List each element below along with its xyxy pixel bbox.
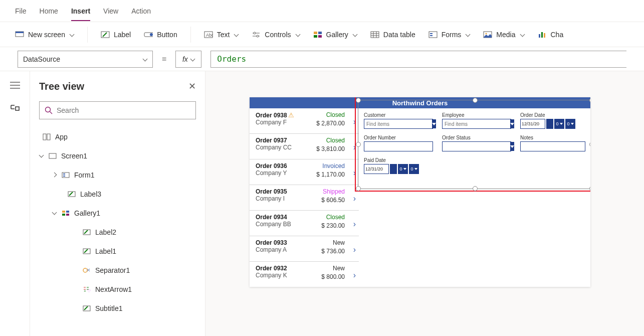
order-id: Order 0938 xyxy=(256,112,287,119)
field-label-order-date: Order Date xyxy=(520,112,585,118)
data-table-button[interactable]: Data table xyxy=(370,30,415,39)
tree-node-label1[interactable]: Label1 xyxy=(39,242,196,261)
tree-node-gallery1[interactable]: Gallery1 xyxy=(39,204,196,223)
text-button[interactable]: Abc Text xyxy=(204,30,239,39)
chevron-right-icon[interactable]: › xyxy=(353,245,356,254)
gallery-row[interactable]: Order 0933Company ANew$ 736.00› xyxy=(250,236,359,262)
customer-input[interactable] xyxy=(364,119,432,128)
order-status: Invoiced xyxy=(322,162,345,170)
media-button[interactable]: Media xyxy=(483,30,524,39)
order-status-input[interactable] xyxy=(443,142,510,151)
chevron-right-icon[interactable]: › xyxy=(353,169,356,178)
resize-handle[interactable] xyxy=(589,142,590,147)
minute-dropdown[interactable]: 0 xyxy=(409,164,419,174)
resize-handle[interactable] xyxy=(473,186,478,191)
hour-dropdown[interactable]: 0 xyxy=(554,119,564,129)
date-text[interactable]: 12/31/20 xyxy=(520,119,545,129)
gallery-row[interactable]: Order 0935Company IShipped$ 606.50› xyxy=(250,185,359,211)
form-preview[interactable]: Customer Employee xyxy=(359,108,590,287)
tree-node-label3[interactable]: Label3 xyxy=(39,185,196,204)
tree-search-input[interactable] xyxy=(57,106,190,114)
menu-action[interactable]: Action xyxy=(131,7,151,15)
gallery-row[interactable]: Order 0936Company YInvoiced$ 1,170.00› xyxy=(250,159,359,185)
menu-file[interactable]: File xyxy=(15,7,27,15)
gallery-row[interactable]: Order 0937Company CCClosed$ 3,810.00› xyxy=(250,134,359,159)
customer-combo[interactable] xyxy=(364,119,433,129)
app-preview[interactable]: Northwind Orders Order 0938⚠Company FClo… xyxy=(250,97,590,287)
tree-view-icon[interactable] xyxy=(9,102,21,114)
notes-input[interactable] xyxy=(520,141,585,151)
chart-button[interactable]: Cha xyxy=(538,30,564,39)
svg-rect-31 xyxy=(66,211,69,213)
controls-button[interactable]: Controls xyxy=(252,30,300,39)
employee-input[interactable] xyxy=(443,119,510,128)
text-icon: Abc xyxy=(204,30,213,39)
date-text[interactable]: 12/31/20 xyxy=(364,164,389,174)
gallery-preview[interactable]: Order 0938⚠Company FClosed$ 2,870.00›Ord… xyxy=(250,108,359,287)
chevron-right-icon[interactable]: › xyxy=(353,220,356,229)
gallery-row[interactable]: Order 0932Company KNew$ 800.00› xyxy=(250,262,359,287)
chevron-right-icon[interactable]: › xyxy=(353,271,356,280)
menu-insert[interactable]: Insert xyxy=(71,7,90,21)
forms-icon xyxy=(428,30,438,39)
dropdown-icon[interactable] xyxy=(510,142,514,151)
employee-combo[interactable] xyxy=(442,119,511,129)
label-button[interactable]: Label xyxy=(101,30,131,39)
svg-rect-29 xyxy=(68,192,75,197)
canvas-area[interactable]: Northwind Orders Order 0938⚠Company FClo… xyxy=(205,71,644,336)
forms-button[interactable]: Forms xyxy=(428,30,471,39)
dropdown-icon[interactable] xyxy=(510,119,514,128)
menu-view[interactable]: View xyxy=(103,7,118,15)
tree-node-separator1[interactable]: Separator1 xyxy=(39,261,196,280)
formula-input[interactable]: Orders xyxy=(210,51,626,68)
close-icon[interactable]: ✕ xyxy=(188,81,196,92)
svg-point-22 xyxy=(46,107,51,112)
minute-dropdown[interactable]: 0 xyxy=(565,119,575,129)
chevron-right-icon[interactable]: › xyxy=(353,194,356,203)
dropdown-icon[interactable] xyxy=(432,119,436,128)
tree-node-app[interactable]: App xyxy=(39,127,196,146)
gallery-button[interactable]: Gallery xyxy=(313,30,357,39)
resize-handle[interactable] xyxy=(356,98,361,103)
button-button[interactable]: Button xyxy=(144,30,177,39)
calendar-icon[interactable] xyxy=(390,164,397,174)
tree-view-panel: Tree view ✕ App Screen1 Form1 xyxy=(30,71,205,336)
new-screen-button[interactable]: New screen xyxy=(15,30,74,39)
tree-search[interactable] xyxy=(39,101,196,119)
property-selector[interactable]: DataSource xyxy=(18,51,153,68)
tree-node-form1[interactable]: Form1 xyxy=(39,165,196,185)
chevron-right-icon[interactable]: › xyxy=(353,117,356,126)
resize-handle[interactable] xyxy=(473,98,478,103)
gallery-row[interactable]: Order 0938⚠Company FClosed$ 2,870.00› xyxy=(250,108,359,134)
resize-handle[interactable] xyxy=(589,186,590,191)
resize-handle[interactable] xyxy=(356,186,361,191)
label-icon xyxy=(82,247,91,256)
order-number-input[interactable] xyxy=(364,141,433,151)
order-status: New xyxy=(333,239,345,246)
svg-point-7 xyxy=(254,32,256,34)
order-date-picker[interactable]: 12/31/20 0 0 xyxy=(520,119,585,129)
tree-node-label2[interactable]: Label2 xyxy=(39,223,196,242)
svg-rect-21 xyxy=(544,33,545,38)
resize-handle[interactable] xyxy=(589,98,590,103)
hamburger-icon[interactable] xyxy=(9,79,21,91)
ribbon: New screen Label Button Abc Text Control… xyxy=(0,22,644,47)
fx-button[interactable]: fx xyxy=(175,51,201,68)
data-table-icon xyxy=(370,30,379,39)
tree-node-subtitle1[interactable]: Subtitle1 xyxy=(39,299,196,318)
menu-bar: File Home Insert View Action xyxy=(0,0,644,22)
gallery-row[interactable]: Order 0934Company BBClosed$ 230.00› xyxy=(250,211,359,236)
order-id: Order 0934 xyxy=(256,214,287,221)
tree-node-nextarrow1[interactable]: +♡ NextArrow1 xyxy=(39,280,196,299)
hour-dropdown[interactable]: 0 xyxy=(398,164,408,174)
paid-date-picker[interactable]: 12/31/20 0 0 xyxy=(364,164,433,174)
order-amount: $ 800.00 xyxy=(321,273,345,280)
menu-home[interactable]: Home xyxy=(40,7,58,15)
tree-node-screen1[interactable]: Screen1 xyxy=(39,146,196,165)
order-status-combo[interactable] xyxy=(442,141,511,151)
app-icon xyxy=(42,132,51,141)
svg-rect-32 xyxy=(62,214,65,216)
svg-text:♡: ♡ xyxy=(87,289,91,293)
calendar-icon[interactable] xyxy=(546,119,553,129)
resize-handle[interactable] xyxy=(356,142,361,147)
